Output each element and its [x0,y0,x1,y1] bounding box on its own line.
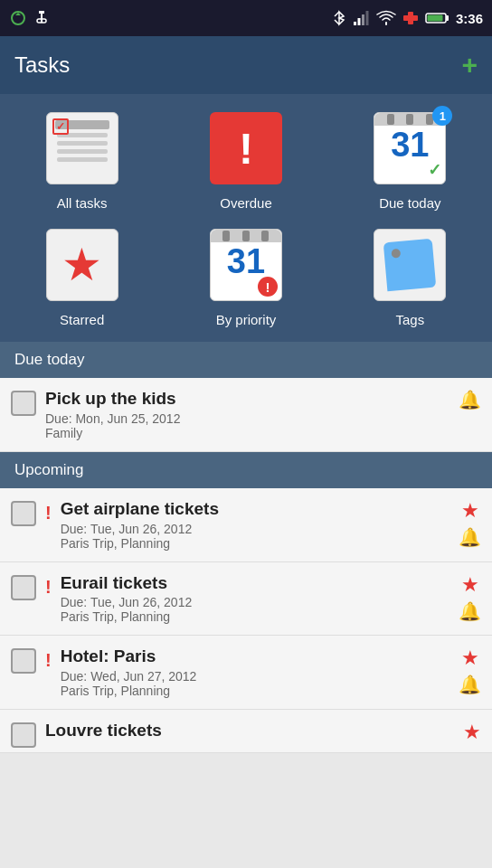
task-item: Louvre tickets ★ [0,710,492,753]
task-tags-2: Paris Trip, Planning [61,536,449,551]
tags-label: Tags [395,312,424,327]
svg-rect-2 [41,14,43,23]
due-today-icon-wrap: 31 1 ✓ [370,108,449,188]
due-today-task-list: Pick up the kids Due: Mon, Jun 25, 2012 … [0,378,492,452]
bell-icon-3[interactable]: 🔔 [459,600,481,622]
task-content-2: Get airplane tickets Due: Tue, Jun 26, 2… [61,499,449,551]
overdue-icon: ! [210,112,282,184]
add-task-button[interactable]: + [461,52,478,79]
status-bar: 3:36 [0,0,492,36]
task-title-3: Eurail tickets [61,573,449,594]
time-display: 3:36 [456,11,483,26]
task-actions-5: ★ [463,721,481,744]
category-all-tasks[interactable]: All tasks [7,108,156,211]
upcoming-task-list: ! Get airplane tickets Due: Tue, Jun 26,… [0,488,492,753]
bluetooth-icon [331,10,347,26]
task-content-3: Eurail tickets Due: Tue, Jun 26, 2012 Pa… [61,573,449,625]
category-tags[interactable]: Tags [336,225,485,327]
svg-rect-9 [403,15,418,21]
overdue-icon-wrap: ! [206,108,286,188]
task-checkbox-4[interactable] [11,648,36,674]
priority-icon-4: ! [45,650,52,671]
task-title-2: Get airplane tickets [61,499,449,520]
task-checkbox-3[interactable] [11,575,36,600]
task-item: ! Hotel: Paris Due: Wed, Jun 27, 2012 Pa… [0,636,492,710]
upcoming-section-header: Upcoming [0,452,492,488]
task-checkbox-1[interactable] [11,391,36,416]
signal-icon [353,10,371,26]
starred-label: Starred [60,312,104,327]
task-content-1: Pick up the kids Due: Mon, Jun 25, 2012 … [45,389,449,440]
all-tasks-label: All tasks [57,195,108,211]
svg-rect-12 [427,15,442,22]
task-tags-3: Paris Trip, Planning [61,609,449,624]
task-due-1: Due: Mon, Jun 25, 2012 [45,411,449,426]
svg-rect-1 [39,11,44,14]
task-checkbox-2[interactable] [11,501,36,526]
task-item: ! Eurail tickets Due: Tue, Jun 26, 2012 … [0,562,492,637]
app-title: Tasks [14,52,70,78]
status-bar-left-icons [9,9,51,27]
category-starred[interactable]: ★ Starred [7,225,156,327]
starred-icon: ★ [46,229,118,301]
app-header: Tasks + [0,36,492,94]
due-today-section-header: Due today [0,342,492,378]
category-grid: All tasks ! Overdue 31 1 ✓ Due today [0,94,492,342]
bell-icon-2[interactable]: 🔔 [459,526,481,548]
task-title-5: Louvre tickets [45,721,454,741]
category-by-priority[interactable]: 31 ! By priority [171,225,320,327]
battery-icon [425,12,450,24]
due-today-badge: 1 [432,106,452,126]
task-content-4: Hotel: Paris Due: Wed, Jun 27, 2012 Pari… [61,646,449,698]
all-tasks-icon-wrap [43,108,122,188]
svg-rect-5 [357,18,360,25]
all-tasks-icon [46,112,118,184]
wifi-icon [376,10,396,26]
priority-icon-3: ! [45,577,52,598]
status-bar-right-icons: 3:36 [331,10,483,26]
due-today-label: Due today [379,195,440,211]
bell-icon-4[interactable]: 🔔 [459,674,481,695]
task-due-4: Due: Wed, Jun 27, 2012 [61,669,449,684]
medical-icon [402,10,420,26]
task-due-2: Due: Tue, Jun 26, 2012 [61,522,449,536]
usb-icon [33,9,51,27]
tags-icon-wrap [370,225,449,305]
task-actions-1: 🔔 [459,389,481,410]
priority-badge: ! [258,277,278,297]
task-item: Pick up the kids Due: Mon, Jun 25, 2012 … [0,378,492,452]
task-title-1: Pick up the kids [45,389,449,410]
by-priority-label: By priority [216,312,277,327]
star-icon-5[interactable]: ★ [463,721,481,744]
by-priority-icon: 31 ! [210,229,282,301]
svg-rect-6 [362,14,364,25]
sync-icon [9,9,27,27]
task-due-3: Due: Tue, Jun 26, 2012 [61,595,449,609]
due-today-check-icon: ✓ [428,160,441,180]
priority-icon-2: ! [45,503,52,524]
task-content-5: Louvre tickets [45,721,454,741]
task-actions-2: ★ 🔔 [459,499,481,548]
task-actions-4: ★ 🔔 [459,646,481,695]
category-due-today[interactable]: 31 1 ✓ Due today [336,108,485,211]
tags-icon [374,229,446,301]
starred-icon-wrap: ★ [43,225,122,305]
due-today-icon: 31 1 ✓ [374,112,446,184]
svg-rect-11 [446,15,449,21]
bell-icon-1[interactable]: 🔔 [459,389,481,410]
svg-rect-7 [365,11,368,25]
star-icon-4[interactable]: ★ [461,646,479,670]
task-tags-1: Family [45,426,449,440]
star-icon-3[interactable]: ★ [461,573,479,597]
task-actions-3: ★ 🔔 [459,573,481,622]
task-tags-4: Paris Trip, Planning [61,684,449,698]
category-overdue[interactable]: ! Overdue [171,108,320,211]
star-icon-2[interactable]: ★ [461,499,479,523]
tag-hole [392,249,402,259]
overdue-label: Overdue [220,195,272,211]
task-checkbox-5[interactable] [11,722,36,748]
by-priority-icon-wrap: 31 ! [206,225,286,305]
task-item: ! Get airplane tickets Due: Tue, Jun 26,… [0,488,492,562]
svg-rect-4 [354,22,356,25]
star-shape: ★ [62,242,102,288]
